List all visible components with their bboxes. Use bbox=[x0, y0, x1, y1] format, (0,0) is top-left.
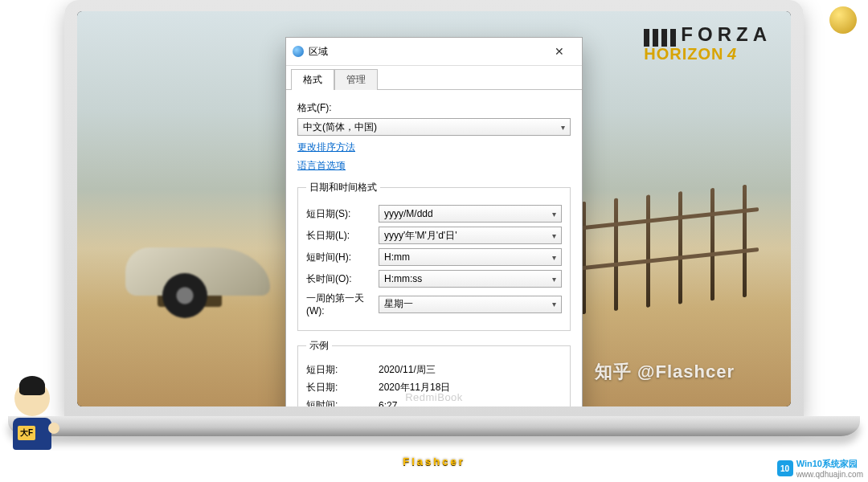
first-day-label: 一周的第一天(W): bbox=[306, 292, 379, 317]
globe-icon bbox=[293, 46, 304, 57]
laptop-base bbox=[8, 416, 860, 436]
format-label: 格式(F): bbox=[297, 101, 571, 115]
long-date-select[interactable]: yyyy'年'M'月'd'日'▾ bbox=[379, 227, 562, 244]
cartoon-avatar: 大F bbox=[0, 381, 64, 450]
site-footer-logo: 10 Win10系统家园 www.qdhuajin.com bbox=[777, 458, 863, 479]
short-time-select[interactable]: H:mm▾ bbox=[379, 248, 562, 266]
laptop-mockup: FORZA HORIZON 4 区域 ✕ 格式 管理 bbox=[64, 0, 804, 450]
site-url: www.qdhuajin.com bbox=[796, 470, 863, 479]
laptop-screen: FORZA HORIZON 4 区域 ✕ 格式 管理 bbox=[77, 11, 791, 406]
close-button[interactable]: ✕ bbox=[543, 43, 575, 60]
site-title: Win10系统家园 bbox=[796, 458, 863, 470]
win10-badge-icon: 10 bbox=[777, 460, 793, 476]
datetime-formats-group: 日期和时间格式 短日期(S): yyyy/M/ddd▾ 长日期(L): bbox=[297, 181, 571, 331]
avatar-tag: 大F bbox=[18, 426, 35, 440]
zhihu-watermark: 知乎 @Flashcer bbox=[595, 360, 735, 384]
dialog-tabs: 格式 管理 bbox=[286, 66, 582, 90]
chevron-down-icon: ▾ bbox=[552, 210, 556, 219]
long-time-select[interactable]: H:mm:ss▾ bbox=[379, 270, 562, 288]
tab-admin[interactable]: 管理 bbox=[334, 69, 378, 90]
flashcer-caption: Flashcer bbox=[403, 455, 465, 468]
region-dialog: 区域 ✕ 格式 管理 格式(F): 中文(简体，中国) ▾ bbox=[285, 37, 583, 406]
chevron-down-icon: ▾ bbox=[552, 253, 556, 262]
laptop-bezel: FORZA HORIZON 4 区域 ✕ 格式 管理 bbox=[64, 0, 804, 418]
first-day-select[interactable]: 星期一▾ bbox=[379, 296, 562, 313]
example-short-date: 2020/11/周三 bbox=[379, 363, 562, 377]
long-time-label: 长时间(O): bbox=[306, 272, 379, 286]
chevron-down-icon: ▾ bbox=[552, 231, 556, 240]
dialog-title: 区域 bbox=[309, 45, 543, 59]
forza-horizon-logo: FORZA HORIZON 4 bbox=[644, 26, 772, 62]
gold-coin-icon bbox=[829, 6, 857, 34]
tab-formats[interactable]: 格式 bbox=[291, 69, 334, 90]
wallpaper-car bbox=[125, 222, 294, 318]
short-date-select[interactable]: yyyy/M/ddd▾ bbox=[379, 205, 562, 223]
long-date-label: 长日期(L): bbox=[306, 229, 379, 243]
dialog-titlebar[interactable]: 区域 ✕ bbox=[286, 38, 582, 66]
short-time-label: 短时间(H): bbox=[306, 251, 379, 264]
link-language-prefs[interactable]: 语言首选项 bbox=[297, 159, 346, 173]
chevron-down-icon: ▾ bbox=[552, 300, 556, 308]
chevron-down-icon: ▾ bbox=[561, 123, 565, 132]
datetime-formats-legend: 日期和时间格式 bbox=[306, 181, 380, 194]
short-date-label: 短日期(S): bbox=[306, 207, 379, 221]
laptop-brand: RedmiBook bbox=[405, 391, 463, 403]
waving-hand-icon bbox=[48, 423, 59, 434]
link-change-sort[interactable]: 更改排序方法 bbox=[297, 141, 355, 154]
tab-pane-formats: 格式(F): 中文(简体，中国) ▾ 更改排序方法 语言首选项 日期和时间格式 … bbox=[286, 90, 582, 406]
format-select[interactable]: 中文(简体，中国) ▾ bbox=[297, 118, 571, 136]
format-select-value: 中文(简体，中国) bbox=[303, 120, 377, 134]
chevron-down-icon: ▾ bbox=[552, 275, 556, 284]
examples-legend: 示例 bbox=[306, 339, 332, 353]
